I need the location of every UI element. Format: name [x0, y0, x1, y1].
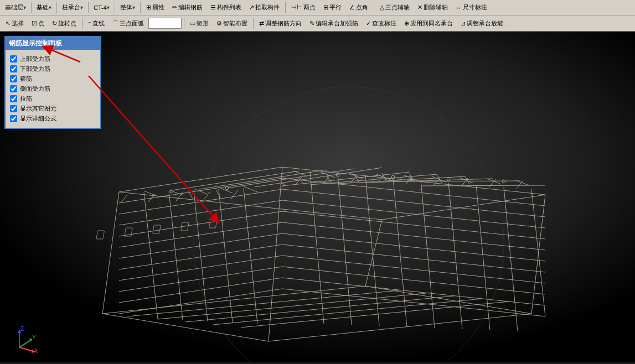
edit-rebar-label: 编辑钢筋 — [178, 3, 203, 12]
pile-dropdown[interactable]: 桩承台 ▾ — [59, 2, 86, 14]
layer-dropdown[interactable]: 基础层 ▾ — [2, 2, 29, 14]
rect-icon: ▭ — [190, 20, 195, 27]
line-icon: ⁻ — [88, 20, 91, 27]
smart-place-button[interactable]: ⚙ 智能布置 — [213, 17, 251, 29]
adjust-rebar-button[interactable]: ⇄ 调整钢筋方向 — [256, 17, 305, 29]
checkbox-detail-formula[interactable] — [10, 115, 17, 122]
delete-aux-button[interactable]: ✕ 删除辅轴 — [414, 2, 451, 14]
panel-title: 钢筋显示控制面板 — [6, 37, 100, 50]
edit-cap-rebar-label: 编辑承台加强筋 — [316, 19, 358, 28]
select-button[interactable]: ↖ 选择 — [2, 17, 27, 29]
rotate-point-icon: ↻ — [52, 20, 57, 27]
side-rebar-label: 侧面受力筋 — [20, 85, 50, 93]
pick-component-icon: ↗ — [249, 4, 254, 11]
panel-item-0: 上部受力筋 — [10, 55, 96, 63]
adjust-rebar-label: 调整钢筋方向 — [265, 19, 302, 28]
apply-same-cap-label: 应用到同名承台 — [410, 19, 453, 28]
adjust-slope-label: 调整承台放坡 — [467, 19, 503, 28]
sep7 — [374, 2, 374, 13]
delete-aux-label: 删除辅轴 — [424, 3, 448, 12]
apply-same-cap-button[interactable]: ⊕ 应用到同名承台 — [401, 17, 456, 29]
axis-indicator: Z X Y — [11, 326, 39, 354]
rect-label: 矩形 — [197, 19, 209, 28]
check-annotation-label: 查改标注 — [372, 19, 396, 28]
sep3 — [88, 2, 89, 13]
select-label: 选择 — [12, 19, 24, 28]
checkbox-other-elements[interactable] — [10, 105, 17, 112]
checkbox-side-rebar[interactable] — [10, 85, 17, 92]
edit-rebar-icon: ✏ — [172, 4, 177, 11]
main-viewport[interactable]: 钢筋显示控制面板 上部受力筋 下部受力筋 箍筋 侧面受力筋 拉筋 — [0, 32, 635, 362]
value-input[interactable] — [148, 18, 182, 29]
point-label: 点 — [38, 19, 44, 28]
line-label: 直线 — [92, 19, 105, 28]
delete-aux-icon: ✕ — [417, 4, 422, 11]
parallel-label: 平行 — [329, 3, 342, 12]
arc-button[interactable]: ⌒ 三点面弧 — [109, 17, 147, 29]
apply-same-cap-icon: ⊕ — [404, 20, 409, 27]
dropdown-arrow-icon5: ▾ — [132, 4, 135, 11]
angle-button[interactable]: ∠ 点角 — [346, 2, 371, 14]
edit-rebar-button[interactable]: ✏ 编辑钢筋 — [169, 2, 206, 14]
property-label: 属性 — [152, 3, 164, 12]
value-text-input[interactable] — [150, 20, 180, 27]
dimension-label: 尺寸标注 — [463, 3, 487, 12]
edit-cap-rebar-button[interactable]: ✎ 编辑承台加强筋 — [306, 17, 362, 29]
rect-button[interactable]: ▭ 矩形 — [187, 17, 212, 29]
rebar-panel: 钢筋显示控制面板 上部受力筋 下部受力筋 箍筋 侧面受力筋 拉筋 — [4, 36, 101, 129]
two-point-label: 两点 — [303, 3, 316, 12]
ct4-dropdown[interactable]: CT-4 ▾ — [91, 2, 112, 14]
angle-label: 点角 — [356, 3, 368, 12]
two-point-button[interactable]: ⊣⊢ 两点 — [288, 2, 319, 14]
property-button[interactable]: ⊞ 属性 — [143, 2, 168, 14]
panel-item-5: 显示其它图元 — [10, 105, 96, 113]
pick-component-button[interactable]: ↗ 拾取构件 — [246, 2, 283, 14]
point-icon: ☑ — [32, 20, 37, 27]
two-point-icon: ⊣⊢ — [291, 4, 302, 11]
panel-item-6: 显示详细公式 — [10, 115, 96, 123]
sep6 — [285, 2, 286, 13]
checkbox-upper-rebar[interactable] — [10, 55, 17, 63]
dropdown-arrow-icon2: ▾ — [49, 4, 51, 11]
adjust-rebar-icon: ⇄ — [259, 20, 264, 27]
sep5 — [140, 2, 141, 13]
svg-text:Y: Y — [32, 335, 36, 341]
lower-rebar-label: 下部受力筋 — [20, 65, 50, 73]
check-annotation-button[interactable]: ✓ 查改标注 — [363, 17, 400, 29]
toolbar-row2: ↖ 选择 ☑ 点 ↻ 旋转点 ⁻ 直线 ⌒ 三点面弧 ▭ 矩形 ⚙ 智 — [0, 15, 635, 31]
line-button[interactable]: ⁻ 直线 — [85, 17, 108, 29]
point-button[interactable]: ☑ 点 — [28, 17, 48, 29]
adjust-slope-icon: ⊿ — [461, 20, 466, 27]
dimension-icon: ↔ — [456, 4, 462, 11]
rotate-point-label: 旋转点 — [58, 19, 76, 28]
ct4-label: CT-4 — [94, 4, 107, 11]
sep4 — [115, 2, 115, 13]
detail-formula-label: 显示详细公式 — [20, 115, 56, 123]
toolbar-area: 基础层 ▾ 基础 ▾ 桩承台 ▾ CT-4 ▾ 整体 ▾ ⊞ 属性 ✏ — [0, 0, 635, 32]
property-icon: ⊞ — [146, 4, 151, 11]
dropdown-arrow-icon: ▾ — [23, 4, 26, 11]
check-annotation-icon: ✓ — [366, 20, 371, 27]
dimension-button[interactable]: ↔ 尺寸标注 — [452, 2, 491, 14]
svg-line-120 — [19, 347, 33, 351]
three-point-button[interactable]: △ 三点辅轴 — [376, 2, 413, 14]
other-elements-label: 显示其它图元 — [20, 105, 56, 113]
dropdown-arrow-icon3: ▾ — [80, 4, 83, 11]
adjust-slope-button[interactable]: ⊿ 调整承台放坡 — [457, 17, 507, 29]
edit-cap-rebar-icon: ✎ — [309, 20, 314, 27]
select-icon: ↖ — [6, 20, 11, 27]
parallel-button[interactable]: ⊞ 平行 — [320, 2, 345, 14]
panel-item-2: 箍筋 — [10, 75, 96, 83]
foundation-dropdown[interactable]: 基础 ▾ — [34, 2, 54, 14]
whole-dropdown[interactable]: 整体 ▾ — [117, 2, 138, 14]
upper-rebar-label: 上部受力筋 — [20, 55, 50, 63]
checkbox-lower-rebar[interactable] — [10, 65, 17, 72]
smart-place-label: 智能布置 — [223, 19, 247, 28]
stirrup-label: 箍筋 — [20, 75, 32, 83]
checkbox-tie-rebar[interactable] — [10, 95, 17, 102]
sep10 — [253, 18, 254, 29]
checkbox-stirrup[interactable] — [10, 75, 17, 82]
rotate-point-button[interactable]: ↻ 旋转点 — [49, 17, 80, 29]
parallel-icon: ⊞ — [323, 4, 328, 11]
component-list-button[interactable]: ☰ 构件列表 — [207, 2, 245, 14]
